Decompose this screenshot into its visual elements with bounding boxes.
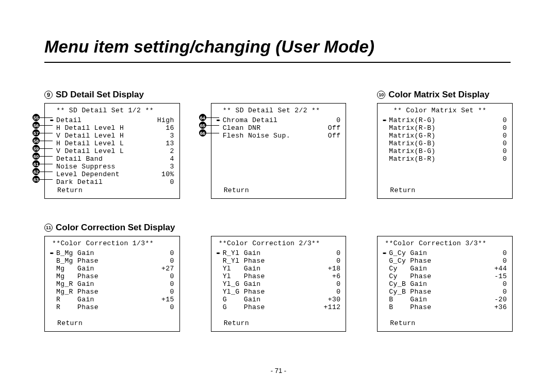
- menu-item-label: R Gain: [56, 296, 94, 303]
- menu-item-value: 0: [321, 249, 340, 257]
- return-link[interactable]: Return: [390, 186, 415, 194]
- menu-item[interactable]: Flesh Noise Sup.Off: [224, 132, 341, 140]
- heading-label: Color Correction Set Display: [56, 223, 175, 233]
- item-list: ➨B_Mg Gain0B_Mg Phase0Mg Gain+27Mg Phase…: [57, 249, 174, 311]
- menu-item[interactable]: Matrix(B-G)0: [390, 147, 507, 155]
- menu-item-label: Detail Band: [56, 155, 103, 163]
- menu-item-value: 4: [155, 155, 174, 163]
- menu-item[interactable]: Matrix(R-B)0: [390, 124, 507, 132]
- item-list: ➨G_Cy Gain0G_Cy Phase0Cy Gain+44Cy Phase…: [390, 249, 507, 311]
- menu-item[interactable]: G Phase+112: [224, 303, 341, 311]
- menu-item[interactable]: Level Dependent10%: [57, 171, 174, 178]
- menu-item-label: Matrix(R-B): [389, 124, 435, 132]
- return-link[interactable]: Return: [57, 186, 83, 194]
- menu-item-value: 0: [321, 288, 340, 296]
- menu-item-label: Yl Gain: [223, 265, 261, 272]
- menu-item-label: Noise Suppress: [56, 163, 116, 171]
- menu-item-value: 2: [155, 147, 174, 155]
- panel-color-correction-2: **Color Correction 2/3** ➨R_Yl Gain0R_Yl…: [211, 236, 347, 332]
- menu-item-label: R_Yl Gain: [223, 249, 261, 257]
- menu-item-value: -20: [487, 296, 507, 303]
- menu-item[interactable]: Mg Phase0: [57, 272, 174, 280]
- col-color-correction-3: 0X **Color Correction 3/3** ➨G_Cy Gain0G…: [377, 223, 513, 332]
- menu-item[interactable]: B Phase+36: [390, 303, 507, 311]
- row-1: 9 SD Detail Set Display ** SD Detail Set…: [44, 90, 513, 199]
- menu-item[interactable]: Matrix(B-R)0: [390, 155, 507, 163]
- heading-sd-detail: 9 SD Detail Set Display: [44, 90, 180, 100]
- menu-item[interactable]: Mg_R Phase0: [57, 288, 174, 296]
- panel-title: **Color Correction 3/3**: [385, 240, 507, 247]
- menu-item[interactable]: ➨Chroma Detail0: [224, 116, 341, 124]
- return-link[interactable]: Return: [57, 319, 83, 327]
- menu-item-value: 13: [155, 140, 174, 147]
- cursor-arrow-icon: ➨: [383, 116, 389, 125]
- menu-item[interactable]: Yl Gain+18: [224, 265, 341, 272]
- panel-color-matrix: ** Color Matrix Set ** ➨Matrix(R-G)0Matr…: [377, 103, 513, 199]
- menu-item[interactable]: Yl_G Phase0: [224, 288, 341, 296]
- menu-item[interactable]: Mg Gain+27: [57, 265, 174, 272]
- menu-item-value: 0: [155, 288, 174, 296]
- menu-item-label: V Detail Level H: [56, 132, 124, 140]
- menu-item[interactable]: ➨B_Mg Gain0: [57, 249, 174, 257]
- menu-item[interactable]: G_Cy Phase0: [390, 257, 507, 265]
- menu-item[interactable]: ➨Matrix(R-G)0: [390, 116, 507, 124]
- menu-item[interactable]: Mg_R Gain0: [57, 280, 174, 288]
- menu-item[interactable]: Cy Phase-15: [390, 272, 507, 280]
- menu-item-value: 3: [155, 163, 174, 171]
- menu-item-value: 0: [487, 249, 507, 257]
- menu-item[interactable]: Matrix(G-B)0: [390, 140, 507, 147]
- return-link[interactable]: Return: [390, 319, 415, 327]
- menu-item[interactable]: Yl Phase+6: [224, 272, 341, 280]
- menu-item[interactable]: Cy Gain+44: [390, 265, 507, 272]
- page: Menu item setting/changing (User Mode) 9…: [0, 0, 557, 392]
- menu-item[interactable]: B_Mg Phase0: [57, 257, 174, 265]
- callout-56: 56: [32, 122, 40, 129]
- menu-item[interactable]: ➨DetailHigh: [57, 116, 174, 124]
- menu-item[interactable]: B Gain-20: [390, 296, 507, 303]
- menu-item-label: Detail: [56, 116, 81, 124]
- menu-item-value: +30: [321, 296, 340, 303]
- menu-item[interactable]: Cy_B Gain0: [390, 280, 507, 288]
- menu-item-label: Mg Phase: [56, 272, 99, 280]
- heading-color-matrix: 10 Color Matrix Set Display: [377, 90, 513, 100]
- menu-item-label: G Gain: [223, 296, 261, 303]
- menu-item[interactable]: Dark Detail0: [57, 178, 174, 186]
- menu-item[interactable]: R Gain+15: [57, 296, 174, 303]
- menu-item[interactable]: ➨G_Cy Gain0: [390, 249, 507, 257]
- heading-color-correction: 11 Color Correction Set Display: [44, 223, 180, 233]
- return-link[interactable]: Return: [224, 319, 249, 327]
- col-color-correction-2: 0X **Color Correction 2/3** ➨R_Yl Gain0R…: [211, 223, 347, 332]
- item-list: ➨R_Yl Gain0R_Yl Phase0Yl Gain+18Yl Phase…: [224, 249, 341, 311]
- item-list: ➨Matrix(R-G)0Matrix(R-B)0Matrix(G-R)0Mat…: [390, 116, 507, 163]
- menu-item[interactable]: Clean DNROff: [224, 124, 341, 132]
- menu-item-value: 0: [155, 178, 174, 186]
- menu-item[interactable]: Yl_G Gain0: [224, 280, 341, 288]
- callout-57: 57: [32, 129, 40, 137]
- menu-item[interactable]: V Detail Level L2: [57, 147, 174, 155]
- menu-item-value: +18: [321, 265, 340, 272]
- panel-title: ** SD Detail Set 2/2 **: [219, 107, 341, 114]
- heading-number-9: 9: [44, 91, 53, 99]
- menu-item-label: Matrix(B-R): [389, 155, 435, 163]
- menu-item[interactable]: Noise Suppress3: [57, 163, 174, 171]
- menu-item[interactable]: Cy_B Phase0: [390, 288, 507, 296]
- menu-item-label: B Phase: [389, 303, 431, 311]
- menu-item[interactable]: ➨R_Yl Gain0: [224, 249, 341, 257]
- callout-61: 61: [32, 160, 40, 167]
- menu-item[interactable]: Matrix(G-R)0: [390, 132, 507, 140]
- menu-item-label: Level Dependent: [56, 171, 120, 178]
- menu-item[interactable]: V Detail Level H3: [57, 132, 174, 140]
- heading-label: Color Matrix Set Display: [388, 90, 489, 100]
- menu-item-value: +36: [487, 303, 507, 311]
- menu-item[interactable]: H Detail Level H16: [57, 124, 174, 132]
- return-link[interactable]: Return: [224, 186, 249, 194]
- menu-item-label: H Detail Level H: [56, 124, 124, 132]
- menu-item[interactable]: R_Yl Phase0: [224, 257, 341, 265]
- menu-item-value: 0: [321, 116, 340, 124]
- menu-item[interactable]: R Phase0: [57, 303, 174, 311]
- menu-item-value: -15: [487, 272, 507, 280]
- menu-item-label: Yl_G Phase: [223, 288, 265, 296]
- menu-item[interactable]: H Detail Level L13: [57, 140, 174, 147]
- menu-item[interactable]: Detail Band4: [57, 155, 174, 163]
- menu-item[interactable]: G Gain+30: [224, 296, 341, 303]
